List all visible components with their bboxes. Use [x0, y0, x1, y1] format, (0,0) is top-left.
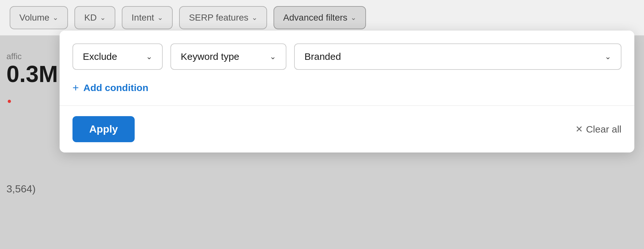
clear-all-label: Clear all: [586, 124, 621, 135]
metric-value-text: 0.3M: [6, 61, 58, 87]
volume-chevron-icon: ⌄: [53, 14, 58, 22]
keyword-type-label: Keyword type: [181, 51, 239, 62]
kd-filter-btn[interactable]: KD ⌄: [74, 6, 115, 29]
branded-dropdown[interactable]: Branded ⌄: [294, 43, 621, 70]
metric-label: affic: [6, 51, 55, 61]
exclude-dropdown-label: Exclude: [83, 51, 117, 62]
metric-value2: 3,564): [6, 183, 55, 195]
keyword-type-dropdown[interactable]: Keyword type ⌄: [170, 43, 286, 70]
panel-body: Exclude ⌄ Keyword type ⌄ Branded ⌄ + Add…: [60, 31, 634, 106]
add-condition-label: Add condition: [83, 82, 149, 93]
clear-all-button[interactable]: ✕ Clear all: [575, 124, 621, 135]
volume-label: Volume: [19, 13, 49, 23]
red-dot-icon: [8, 100, 11, 103]
advanced-filters-btn[interactable]: Advanced filters ⌄: [274, 6, 366, 29]
x-icon: ✕: [575, 124, 583, 134]
apply-button[interactable]: Apply: [72, 116, 135, 142]
exclude-chevron-icon: ⌄: [146, 52, 152, 61]
panel-footer: Apply ✕ Clear all: [60, 106, 634, 152]
branded-chevron-icon: ⌄: [605, 52, 611, 61]
add-condition-button[interactable]: + Add condition: [72, 81, 148, 94]
filter-condition-row: Exclude ⌄ Keyword type ⌄ Branded ⌄: [72, 43, 621, 70]
exclude-dropdown[interactable]: Exclude ⌄: [72, 43, 163, 70]
intent-label: Intent: [131, 13, 154, 23]
kd-label: KD: [84, 13, 97, 23]
branded-label: Branded: [304, 51, 341, 62]
bg-metric-panel: affic 0.3M 3,564): [0, 45, 61, 201]
plus-icon: +: [72, 81, 79, 94]
advanced-filters-panel: Exclude ⌄ Keyword type ⌄ Branded ⌄ + Add…: [60, 31, 634, 152]
metric-value: 0.3M: [6, 61, 55, 112]
apply-label: Apply: [89, 123, 118, 135]
volume-filter-btn[interactable]: Volume ⌄: [10, 6, 68, 29]
advanced-filters-label: Advanced filters: [283, 13, 347, 23]
advanced-filters-chevron-icon: ⌄: [351, 14, 356, 22]
serp-features-filter-btn[interactable]: SERP features ⌄: [179, 6, 267, 29]
keyword-type-chevron-icon: ⌄: [270, 52, 276, 61]
serp-chevron-icon: ⌄: [252, 14, 257, 22]
filter-bar: Volume ⌄ KD ⌄ Intent ⌄ SERP features ⌄ A…: [0, 0, 644, 35]
intent-chevron-icon: ⌄: [157, 14, 163, 22]
serp-features-label: SERP features: [189, 13, 248, 23]
kd-chevron-icon: ⌄: [100, 14, 106, 22]
intent-filter-btn[interactable]: Intent ⌄: [122, 6, 173, 29]
